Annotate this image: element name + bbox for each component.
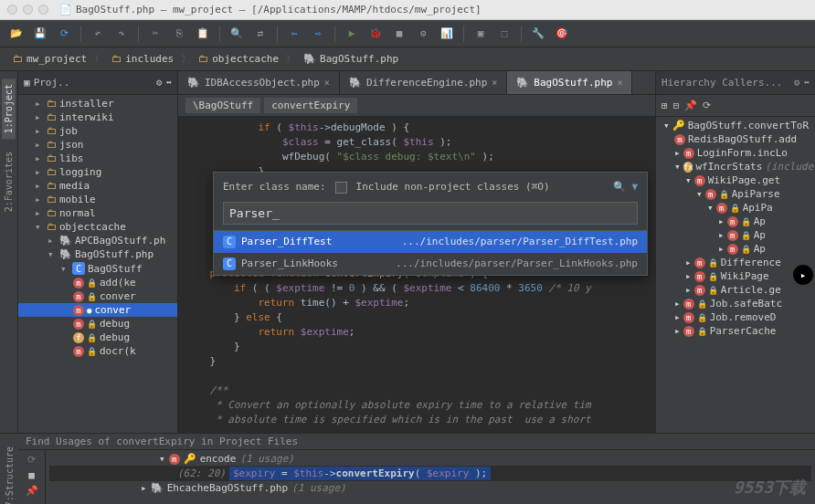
play-icon[interactable]: ▶ [28,500,35,504]
tree-class[interactable]: ▾CBagOStuff [18,261,177,276]
usage-line[interactable]: (62: 20) $expiry = $this->convertExpiry(… [49,466,811,481]
redo-icon[interactable]: ↷ [112,25,131,43]
tree-method-selected[interactable]: m●conver [18,303,177,317]
bc-includes[interactable]: 🗀includes [106,51,179,67]
usage-file[interactable]: ▸🐘EhcacheBagOStuff.php (1 usage) [49,481,811,495]
usage-method[interactable]: ▾m🔑encode (1 usage) [49,452,811,466]
copy-icon[interactable]: ⎘ [170,25,188,43]
save-icon[interactable]: 💾 [31,25,49,43]
tree-method[interactable]: m🔒debug [18,317,177,331]
rerun-icon[interactable]: ⟳ [27,454,36,466]
hier-item[interactable]: mRedisBagOStuff.add [656,132,815,146]
tree-folder[interactable]: ▸🗀installer [18,97,177,110]
close-icon[interactable]: × [617,78,622,88]
hier-item[interactable]: ▸m🔒ParserCache [656,324,815,338]
stop-icon[interactable]: ■ [390,25,408,43]
hier-item[interactable]: ▾m🔒ApiParse [656,187,815,201]
gear-icon[interactable]: ⚙ [156,77,163,89]
search-icon[interactable]: 🔍 [613,180,626,194]
tree-folder[interactable]: ▸🗀media [18,179,177,193]
close-icon[interactable]: × [324,78,330,88]
tree-folder[interactable]: ▸🗀mobile [18,193,177,206]
max-dot[interactable] [38,5,48,15]
tree-method[interactable]: m🔒conver [18,289,177,303]
tool2-icon[interactable]: ⬚ [495,25,513,43]
hier-item[interactable]: ▸m🔒Difference [656,256,815,269]
min-dot[interactable] [23,5,33,15]
nav-floater[interactable]: ▸ [793,265,813,285]
close-dot[interactable] [7,5,17,15]
terminal-icon[interactable]: ▣ [471,25,490,43]
filter-icon[interactable]: ▼ [631,180,638,194]
hide-icon[interactable]: ⬌ [803,77,810,89]
result-item[interactable]: C Parser_LinkHooks .../includes/parser/P… [214,253,647,275]
back-icon[interactable]: ⇦ [285,25,303,43]
hier-item[interactable]: ▸m🔒Ap [656,215,815,228]
refresh-icon[interactable]: ⟳ [703,100,711,111]
bc-file[interactable]: 🐘BagOStuff.php [298,51,404,67]
pin-icon[interactable]: 📌 [26,485,38,497]
crumb-method[interactable]: convertExpiry [264,98,357,113]
tree-folder[interactable]: ▸🗀logging [18,165,177,179]
tool4-icon[interactable]: 🎯 [553,25,571,43]
hier-item[interactable]: ▸m🔒Job.removeD [656,310,815,324]
hier-item[interactable]: ▾m🔒ApiPa [656,201,815,215]
crumb-class[interactable]: \BagOStuff [185,98,260,113]
hier-item[interactable]: ▾mWikiPage.get [656,173,815,187]
tool3-icon[interactable]: 🔧 [529,25,547,43]
replace-icon[interactable]: ⇄ [251,25,270,43]
collapse-icon[interactable]: ⊟ [673,100,680,111]
checkbox-include-nonproject[interactable] [335,182,347,194]
tree-folder[interactable]: ▾🗀objectcache [18,220,177,234]
traffic-lights[interactable] [7,5,48,15]
tree-method[interactable]: f🔒debug [18,331,177,344]
bc-root[interactable]: 🗀mw_project [7,51,92,67]
expand-icon[interactable]: ⊞ [662,100,668,111]
find-icon[interactable]: 🔍 [228,25,246,43]
hier-item[interactable]: ▸mLoginForm.incLo [656,146,815,160]
tab-project[interactable]: 1:Project [2,79,16,139]
tab-structure[interactable]: 7:Structure [3,441,16,504]
cut-icon[interactable]: ✂ [146,25,164,43]
tab-favorites[interactable]: 2:Favorites [2,146,16,217]
tree-method[interactable]: m🔒add(ke [18,276,177,289]
tree-file[interactable]: ▸🐘APCBagOStuff.ph [18,234,177,247]
hier-item[interactable]: ▸m🔒Ap [656,228,815,242]
hier-item[interactable]: ▾fxwfIncrStats(include [656,160,815,173]
minimize-icon[interactable]: ⬌ [165,77,172,89]
hier-root[interactable]: ▾🔑BagOStuff.convertToR [656,119,815,132]
paste-icon[interactable]: 📋 [194,25,212,43]
run-icon[interactable]: ▶ [343,25,361,43]
profile-icon[interactable]: 📊 [438,25,456,43]
tree-folder[interactable]: ▸🗀normal [18,206,177,220]
tree-method[interactable]: m🔒docr(k [18,344,177,358]
close-icon[interactable]: × [492,78,497,88]
checkbox-label: Include non-project classes (⌘O) [356,180,550,194]
tab-idbaccess[interactable]: 🐘IDBAccessObject.php× [178,71,340,94]
hier-item[interactable]: ▸m🔒Ap [656,242,815,256]
hier-item[interactable]: ▸m🔒Job.safeBatc [656,297,815,310]
debug-icon[interactable]: 🐞 [366,25,385,43]
gear-icon[interactable]: ⚙ [794,77,800,89]
hier-item[interactable]: ▸m🔒WikiPage [656,269,815,283]
tab-bagostuff[interactable]: 🐘BagOStuff.php× [507,71,632,94]
undo-icon[interactable]: ↶ [89,25,107,43]
forward-icon[interactable]: ⇨ [309,25,327,43]
collapse-icon[interactable]: ▣ [24,77,30,89]
tree-folder[interactable]: ▸🗀interwiki [18,110,177,124]
tree-folder[interactable]: ▸🗀json [18,138,177,152]
tree-file[interactable]: ▾🐘BagOStuff.php [18,247,177,261]
bc-objectcache[interactable]: 🗀objectcache [193,51,284,67]
class-name-input[interactable] [223,202,638,225]
tab-diffengine[interactable]: 🐘DifferenceEngine.php× [340,71,507,94]
stop-icon[interactable]: ■ [28,469,35,481]
hier-item[interactable]: ▸m🔒Article.ge [656,283,815,297]
open-icon[interactable]: 📂 [7,25,26,43]
pin-icon[interactable]: 📌 [684,100,697,111]
result-item-selected[interactable]: C Parser_DiffTest .../includes/parser/Pa… [214,231,647,253]
tree-folder[interactable]: ▸🗀job [18,124,177,138]
code-editor[interactable]: if ( $this->debugMode ) { $class = get_c… [178,117,655,433]
tree-folder[interactable]: ▸🗀libs [18,152,177,165]
config-icon[interactable]: ⚙ [414,25,432,43]
sync-icon[interactable]: ⟳ [55,25,73,43]
